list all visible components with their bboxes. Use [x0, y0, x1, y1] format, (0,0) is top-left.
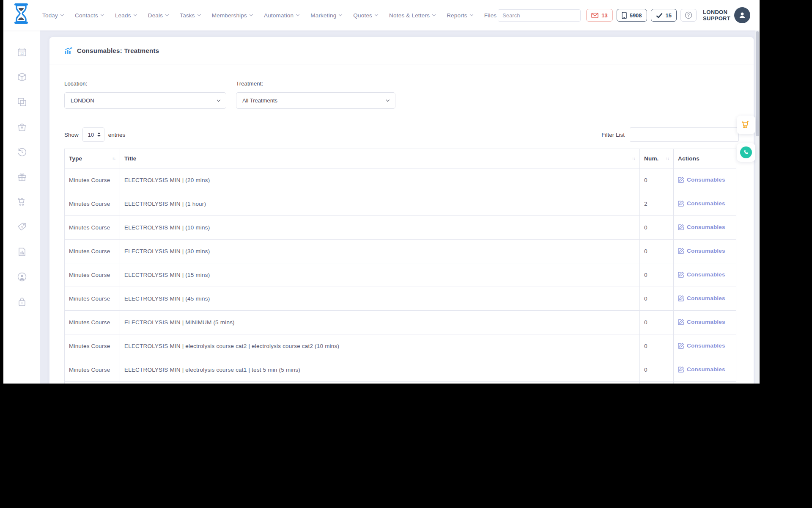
cell-num: 0	[640, 263, 674, 287]
cell-actions: Consumables	[674, 240, 736, 263]
entries-count-select[interactable]: 10	[82, 127, 104, 142]
cell-num: 0	[640, 168, 674, 192]
nav-item-files[interactable]: Files	[484, 12, 497, 19]
sidebar-price-tag-icon[interactable]: $	[16, 221, 27, 232]
consumables-link[interactable]: Consumables	[678, 200, 725, 207]
sidebar-calendar-icon[interactable]: 12	[16, 47, 27, 58]
nav-item-contacts[interactable]: Contacts	[75, 12, 104, 19]
consumables-link[interactable]: Consumables	[678, 271, 725, 278]
filter-list-input[interactable]	[630, 127, 739, 142]
cell-actions: Consumables	[674, 334, 736, 358]
location-filter-group: Location: LONDON	[64, 80, 226, 109]
entries-label: entries	[108, 132, 126, 138]
edit-icon	[678, 177, 684, 183]
sidebar-package-icon[interactable]	[16, 72, 27, 83]
cell-type: Minutes Course	[65, 334, 120, 358]
consumables-link[interactable]: Consumables	[678, 248, 725, 254]
column-header-title[interactable]: Title ↑↓	[120, 149, 640, 168]
nav-item-quotes[interactable]: Quotes	[353, 12, 378, 19]
cell-type: Minutes Course	[65, 192, 120, 216]
phone-calls-badge[interactable]: 5908	[617, 9, 647, 22]
edit-icon	[678, 224, 684, 230]
floating-cart-button[interactable]	[737, 116, 755, 134]
tasks-done-badge[interactable]: 15	[651, 9, 677, 22]
nav-item-leads[interactable]: Leads	[115, 12, 137, 19]
cell-title: ELECTROLYSIS MIN | (1 hour)	[120, 192, 640, 216]
sidebar-bag-download-icon[interactable]	[16, 121, 27, 133]
edit-icon	[678, 295, 684, 301]
filters-row: Location: LONDON Treatment: All Treatmen…	[64, 80, 739, 109]
cell-type: Minutes Course	[65, 311, 120, 334]
sidebar-account-icon[interactable]	[16, 271, 27, 282]
sidebar-copy-icon[interactable]	[16, 97, 27, 108]
nav-item-today[interactable]: Today	[42, 12, 63, 19]
mail-count: 13	[601, 12, 607, 19]
show-entries-control: Show 10 entries	[64, 127, 125, 142]
sidebar-lock-icon[interactable]	[16, 296, 27, 307]
consumables-card: Consumables: Treatments Location: LONDON…	[49, 37, 754, 384]
consumables-link[interactable]: Consumables	[678, 342, 725, 349]
mail-notifications-badge[interactable]: 13	[586, 9, 612, 22]
table-header-row: Type ↑↓ Title ↑↓ Num. ↑↓	[65, 149, 736, 168]
location-selected-value: LONDON	[71, 97, 94, 104]
list-controls-row: Show 10 entries Filter List	[64, 127, 739, 142]
consumables-link[interactable]: Consumables	[678, 224, 725, 230]
column-header-actions: Actions	[674, 149, 736, 168]
sidebar-report-icon[interactable]	[16, 246, 27, 257]
search-input[interactable]	[498, 10, 581, 21]
consumables-link[interactable]: Consumables	[678, 177, 725, 183]
treatment-select[interactable]: All Treatments	[236, 92, 395, 109]
cell-type: Minutes Course	[65, 287, 120, 311]
help-button[interactable]	[680, 9, 697, 22]
cell-actions: Consumables	[674, 263, 736, 287]
scrollbar-thumb[interactable]	[756, 31, 759, 136]
consumables-link[interactable]: Consumables	[678, 319, 725, 325]
card-header: Consumables: Treatments	[49, 37, 754, 64]
cell-type: Minutes Course	[65, 240, 120, 263]
nav-item-marketing[interactable]: Marketing	[310, 12, 342, 19]
chevron-down-icon	[60, 13, 64, 16]
cell-actions: Consumables	[674, 192, 736, 216]
chevron-down-icon	[101, 13, 104, 16]
table-row: Minutes CourseELECTROLYSIS MIN | MINIMUM…	[65, 311, 736, 334]
nav-item-tasks[interactable]: Tasks	[180, 12, 200, 19]
filter-list-label: Filter List	[601, 132, 625, 138]
treatment-label: Treatment:	[236, 80, 395, 87]
column-header-num[interactable]: Num. ↑↓	[640, 149, 674, 168]
sidebar-history-icon[interactable]	[16, 146, 27, 157]
edit-icon	[678, 342, 684, 349]
cell-title: ELECTROLYSIS MIN | (20 mins)	[120, 168, 640, 192]
sidebar-cart-icon[interactable]	[16, 196, 27, 207]
cell-type: Minutes Course	[65, 216, 120, 240]
chevron-down-icon	[470, 13, 473, 16]
hourglass-logo[interactable]	[12, 3, 30, 25]
nav-item-reports[interactable]: Reports	[447, 12, 473, 19]
treatment-filter-group: Treatment: All Treatments	[236, 80, 395, 109]
cell-actions: Consumables	[674, 216, 736, 240]
column-header-type[interactable]: Type ↑↓	[65, 149, 120, 168]
check-count: 15	[666, 12, 672, 19]
table-row: Minutes CourseELECTROLYSIS MIN | electro…	[65, 334, 736, 358]
main-nav: TodayContactsLeadsDealsTasksMembershipsA…	[42, 12, 497, 19]
floating-whatsapp-button[interactable]	[737, 143, 755, 162]
nav-item-memberships[interactable]: Memberships	[212, 12, 252, 19]
chevron-down-icon	[339, 13, 342, 16]
chevron-down-icon	[165, 13, 169, 16]
nav-item-deals[interactable]: Deals	[148, 12, 169, 19]
filter-list-control: Filter List	[601, 127, 739, 142]
treatments-table: Type ↑↓ Title ↑↓ Num. ↑↓	[64, 149, 736, 384]
cell-type: Minutes Course	[65, 168, 120, 192]
location-select[interactable]: LONDON	[64, 92, 226, 109]
chevron-down-icon	[197, 13, 200, 16]
nav-item-notes-letters[interactable]: Notes & Letters	[389, 12, 435, 19]
nav-item-automation[interactable]: Automation	[264, 12, 299, 19]
treatment-selected-value: All Treatments	[242, 97, 277, 104]
top-navigation-bar: TodayContactsLeadsDealsTasksMembershipsA…	[3, 0, 760, 30]
consumables-link[interactable]: Consumables	[678, 366, 725, 373]
sidebar-gift-icon[interactable]	[16, 171, 27, 182]
app-window: TodayContactsLeadsDealsTasksMembershipsA…	[3, 0, 760, 384]
consumables-link[interactable]: Consumables	[678, 295, 725, 301]
avatar[interactable]	[734, 7, 750, 23]
cell-title: ELECTROLYSIS MIN | (15 mins)	[120, 263, 640, 287]
edit-icon	[678, 319, 684, 325]
